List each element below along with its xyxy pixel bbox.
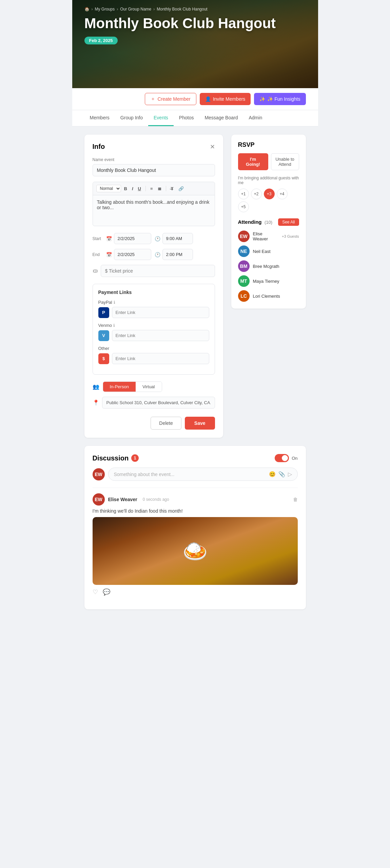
tab-events[interactable]: Events [148,110,174,126]
comment-button[interactable]: 💬 [103,588,110,596]
end-datetime-row: End 📅 🕐 [93,249,215,260]
toggle-label: On [292,456,297,461]
editor-body[interactable]: Talking about this month's book...and en… [93,195,215,226]
comment-placeholder: Something about the event... [114,472,175,477]
location-input[interactable] [102,397,215,409]
sparkle-icon: ✨ [259,96,265,102]
ticket-row: 🎟 [93,265,215,277]
venmo-input[interactable] [112,330,209,341]
start-time-input[interactable] [162,233,193,244]
ticket-price-input[interactable] [101,265,215,277]
person-icon: 👤 [205,96,211,102]
attendee-item: MT Maya Tierney [238,275,299,287]
post-author-name: Elise Weaver [108,497,137,502]
attendee-item: EW Elise Weaver +3 Guests [238,231,299,242]
event-name-input[interactable] [93,164,215,176]
other-input[interactable] [112,353,209,364]
delete-button[interactable]: Delete [151,417,181,430]
like-button[interactable]: ♡ [93,588,98,596]
tab-members[interactable]: Members [84,110,115,126]
in-person-tab[interactable]: In-Person [103,382,136,392]
main-content: Info ✕ Name event Normal B I U ≡ ≣ T̶ 🔗 … [72,126,318,446]
guest-plus1[interactable]: +1 [238,189,249,199]
discussion-badge: 1 [131,454,139,462]
post-text: I'm thinking we'll do Indian food this m… [93,508,298,514]
end-time-input-group: 🕐 [155,249,193,260]
tab-messageboard[interactable]: Message Board [199,110,243,126]
start-label: Start [93,236,103,241]
post-image: 🍛 [93,517,298,585]
fun-insights-button[interactable]: ✨ ✨ Fun Insights [254,93,306,105]
toggle-knob [282,455,288,461]
calendar-icon-end: 📅 [106,252,112,257]
rsvp-title: RSVP [238,141,299,149]
start-date-input-group: 📅 [106,233,151,244]
post-divider [93,488,298,488]
name-event-label: Name event [93,157,215,162]
guests-label: I'm bringing additional guests with me [238,176,299,185]
attending-header: Attending (10) See All [238,218,299,226]
home-icon[interactable]: 🏠 [84,7,90,12]
rich-editor: Normal B I U ≡ ≣ T̶ 🔗 Talking about this… [93,182,215,226]
location-pin-icon: 📍 [93,399,99,406]
breadcrumb-groupname[interactable]: Our Group Name [120,7,151,12]
rsvp-card: RSVP I'm Going! Unable to Attend I'm bri… [231,135,306,309]
end-time-input[interactable] [162,249,193,260]
guest-nums: +1 +2 +3 +4 +5 [238,189,299,212]
post-time: 0 seconds ago [143,497,169,502]
unordered-list-button[interactable]: ≣ [156,185,163,192]
ordered-list-button[interactable]: ≡ [149,185,155,192]
tab-groupinfo[interactable]: Group Info [115,110,148,126]
attachment-icon[interactable]: 📎 [278,471,285,477]
breadcrumb: 🏠 › My Groups › Our Group Name › Monthly… [84,7,306,12]
see-all-button[interactable]: See All [278,218,299,226]
action-bar: ＋ Create Member 👤 Invite Members ✨ ✨ Fun… [72,88,318,110]
other-icon: $ [98,353,109,364]
guest-plus5[interactable]: +5 [238,201,249,212]
send-icon[interactable]: ▷ [288,471,292,477]
payment-links-title: Payment Links [98,290,209,295]
plus-icon: ＋ [151,96,155,102]
paypal-input[interactable] [112,307,209,318]
save-button[interactable]: Save [185,417,215,430]
rsvp-buttons: I'm Going! Unable to Attend [238,153,299,170]
im-going-button[interactable]: I'm Going! [238,153,268,170]
tab-photos[interactable]: Photos [174,110,199,126]
attendee-avatar: EW [238,231,250,242]
create-member-button[interactable]: ＋ Create Member [145,93,196,105]
form-actions: Delete Save [93,417,215,430]
start-time-input-group: 🕐 [155,233,193,244]
start-date-input[interactable] [114,233,151,244]
guest-plus2[interactable]: +2 [251,189,262,199]
info-close-button[interactable]: ✕ [210,143,215,151]
bold-button[interactable]: B [122,185,129,192]
guest-plus3[interactable]: +3 [264,189,275,199]
post-delete-button[interactable]: 🗑 [293,497,298,502]
toolbar-sep-1 [145,186,146,191]
attendee-guests: +3 Guests [282,234,299,238]
info-card: Info ✕ Name event Normal B I U ≡ ≣ T̶ 🔗 … [84,135,223,438]
attendee-name: Neil East [253,249,299,254]
end-date-input[interactable] [114,249,151,260]
italic-button[interactable]: I [130,185,135,192]
unable-to-attend-button[interactable]: Unable to Attend [271,153,299,170]
style-select[interactable]: Normal [96,185,121,192]
current-user-avatar: EW [93,468,105,480]
virtual-tab[interactable]: Virtual [136,382,162,392]
hero-banner: 🏠 › My Groups › Our Group Name › Monthly… [72,0,318,88]
tab-admin[interactable]: Admin [243,110,268,126]
post-actions: ♡ 💬 [93,588,298,596]
underline-button[interactable]: U [136,185,143,192]
venmo-row: Venmo ℹ V [98,323,209,341]
clear-format-button[interactable]: T̶ [169,185,175,192]
event-date-badge: Feb 2, 2025 [84,37,118,44]
discussion-toggle[interactable] [275,454,289,462]
emoji-icon[interactable]: 😊 [269,471,276,477]
attendee-avatar: BM [238,260,250,272]
discussion-title: Discussion [93,454,129,462]
invite-members-button[interactable]: 👤 Invite Members [200,93,251,105]
breadcrumb-mygroups[interactable]: My Groups [95,7,115,12]
comment-input-box[interactable]: Something about the event... 😊 📎 ▷ [108,468,298,481]
guest-plus4[interactable]: +4 [277,189,288,199]
link-button[interactable]: 🔗 [177,185,186,192]
